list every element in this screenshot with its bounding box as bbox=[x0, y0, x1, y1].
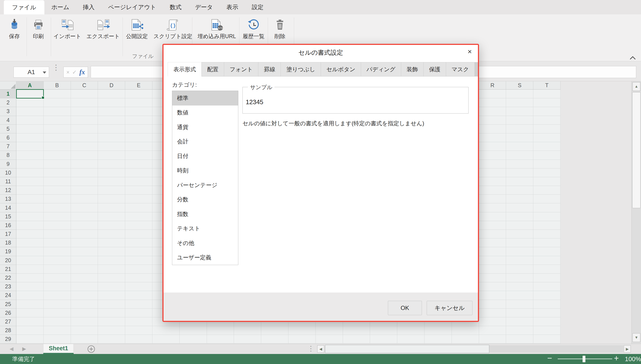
cell-A16[interactable] bbox=[16, 221, 44, 230]
row-header-18[interactable]: 18 bbox=[0, 238, 16, 247]
cell-D25[interactable] bbox=[98, 300, 125, 309]
cell-C3[interactable] bbox=[71, 107, 98, 116]
cell-D11[interactable] bbox=[98, 177, 125, 186]
row-header-11[interactable]: 11 bbox=[0, 177, 16, 186]
cell-E22[interactable] bbox=[125, 274, 152, 282]
cell-D16[interactable] bbox=[98, 221, 125, 230]
cell-S20[interactable] bbox=[506, 256, 533, 265]
cell-E4[interactable] bbox=[125, 116, 152, 125]
cell-T24[interactable] bbox=[533, 291, 560, 300]
cell-E9[interactable] bbox=[125, 160, 152, 168]
cell-L29[interactable] bbox=[316, 335, 343, 344]
cell-S6[interactable] bbox=[506, 134, 533, 142]
cell-B29[interactable] bbox=[44, 335, 71, 344]
cell-B27[interactable] bbox=[44, 317, 71, 326]
cell-E21[interactable] bbox=[125, 265, 152, 274]
cell-S4[interactable] bbox=[506, 116, 533, 125]
cell-B24[interactable] bbox=[44, 291, 71, 300]
dialog-tab-マスク[interactable]: マスク bbox=[446, 62, 475, 76]
cell-T14[interactable] bbox=[533, 203, 560, 212]
cell-T18[interactable] bbox=[533, 238, 560, 247]
menu-tab-3[interactable]: 挿入 bbox=[76, 0, 102, 14]
row-header-28[interactable]: 28 bbox=[0, 326, 16, 335]
cell-G29[interactable] bbox=[180, 335, 207, 344]
cell-C22[interactable] bbox=[71, 274, 98, 282]
row-header-10[interactable]: 10 bbox=[0, 168, 16, 177]
cell-R25[interactable] bbox=[479, 300, 506, 309]
select-all-corner[interactable] bbox=[0, 81, 16, 90]
cell-B21[interactable] bbox=[44, 265, 71, 274]
row-header-2[interactable]: 2 bbox=[0, 98, 16, 107]
cell-R19[interactable] bbox=[479, 247, 506, 256]
cell-B15[interactable] bbox=[44, 212, 71, 221]
cell-P29[interactable] bbox=[424, 335, 452, 344]
cell-E6[interactable] bbox=[125, 134, 152, 142]
cell-F29[interactable] bbox=[152, 335, 180, 344]
cell-D15[interactable] bbox=[98, 212, 125, 221]
cell-C26[interactable] bbox=[71, 309, 98, 317]
menu-tab-4[interactable]: ページレイアウト bbox=[102, 0, 163, 14]
cell-D17[interactable] bbox=[98, 230, 125, 238]
category-item-標準[interactable]: 標準 bbox=[172, 91, 238, 106]
cell-A27[interactable] bbox=[16, 317, 44, 326]
row-header-29[interactable]: 29 bbox=[0, 335, 16, 344]
menu-tab-1[interactable]: ファイル bbox=[4, 0, 45, 14]
cell-E8[interactable] bbox=[125, 151, 152, 160]
dialog-tab-塗りつぶし[interactable]: 塗りつぶし bbox=[280, 62, 321, 76]
cell-A7[interactable] bbox=[16, 142, 44, 151]
cell-S11[interactable] bbox=[506, 177, 533, 186]
row-header-25[interactable]: 25 bbox=[0, 300, 16, 309]
cell-D2[interactable] bbox=[98, 98, 125, 107]
insert-function-icon[interactable]: fx bbox=[79, 68, 85, 76]
cell-T19[interactable] bbox=[533, 247, 560, 256]
cell-C1[interactable] bbox=[71, 90, 98, 98]
ok-button[interactable]: OK bbox=[388, 301, 422, 315]
category-item-時刻[interactable]: 時刻 bbox=[172, 164, 238, 178]
cell-I29[interactable] bbox=[234, 335, 261, 344]
cell-T8[interactable] bbox=[533, 151, 560, 160]
row-header-15[interactable]: 15 bbox=[0, 212, 16, 221]
cell-E10[interactable] bbox=[125, 168, 152, 177]
cell-C14[interactable] bbox=[71, 203, 98, 212]
vertical-scrollbar-thumb[interactable] bbox=[632, 92, 640, 208]
column-header-E[interactable]: E bbox=[125, 81, 152, 90]
cell-K29[interactable] bbox=[288, 335, 316, 344]
cell-D23[interactable] bbox=[98, 282, 125, 291]
cell-E24[interactable] bbox=[125, 291, 152, 300]
scroll-up-button[interactable]: ▲ bbox=[632, 82, 640, 91]
cell-D26[interactable] bbox=[98, 309, 125, 317]
cell-S12[interactable] bbox=[506, 186, 533, 195]
cell-F28[interactable] bbox=[152, 326, 180, 335]
cell-B12[interactable] bbox=[44, 186, 71, 195]
category-item-分数[interactable]: 分数 bbox=[172, 192, 238, 207]
zoom-in-button[interactable]: + bbox=[614, 354, 619, 363]
cell-R6[interactable] bbox=[479, 134, 506, 142]
cancel-button[interactable]: キャンセル bbox=[427, 301, 472, 315]
cell-R7[interactable] bbox=[479, 142, 506, 151]
cell-D19[interactable] bbox=[98, 247, 125, 256]
cell-Q29[interactable] bbox=[452, 335, 479, 344]
cell-T16[interactable] bbox=[533, 221, 560, 230]
cell-T3[interactable] bbox=[533, 107, 560, 116]
category-item-会計[interactable]: 会計 bbox=[172, 134, 238, 149]
cell-E18[interactable] bbox=[125, 238, 152, 247]
formula-bar-drag-handle[interactable]: ⋮ bbox=[52, 63, 60, 72]
cell-H29[interactable] bbox=[207, 335, 234, 344]
cell-B13[interactable] bbox=[44, 195, 71, 203]
cell-B3[interactable] bbox=[44, 107, 71, 116]
cell-T1[interactable] bbox=[533, 90, 560, 98]
column-header-S[interactable]: S bbox=[506, 81, 533, 90]
cell-D27[interactable] bbox=[98, 317, 125, 326]
cell-A5[interactable] bbox=[16, 125, 44, 134]
cell-A23[interactable] bbox=[16, 282, 44, 291]
dialog-tab-罫線[interactable]: 罫線 bbox=[258, 62, 281, 76]
cell-D28[interactable] bbox=[98, 326, 125, 335]
cell-H28[interactable] bbox=[207, 326, 234, 335]
cell-S1[interactable] bbox=[506, 90, 533, 98]
cell-S17[interactable] bbox=[506, 230, 533, 238]
cell-R12[interactable] bbox=[479, 186, 506, 195]
cell-B11[interactable] bbox=[44, 177, 71, 186]
ribbon-button-export[interactable]: エクスポート bbox=[82, 19, 124, 40]
cell-A18[interactable] bbox=[16, 238, 44, 247]
cell-M29[interactable] bbox=[343, 335, 370, 344]
